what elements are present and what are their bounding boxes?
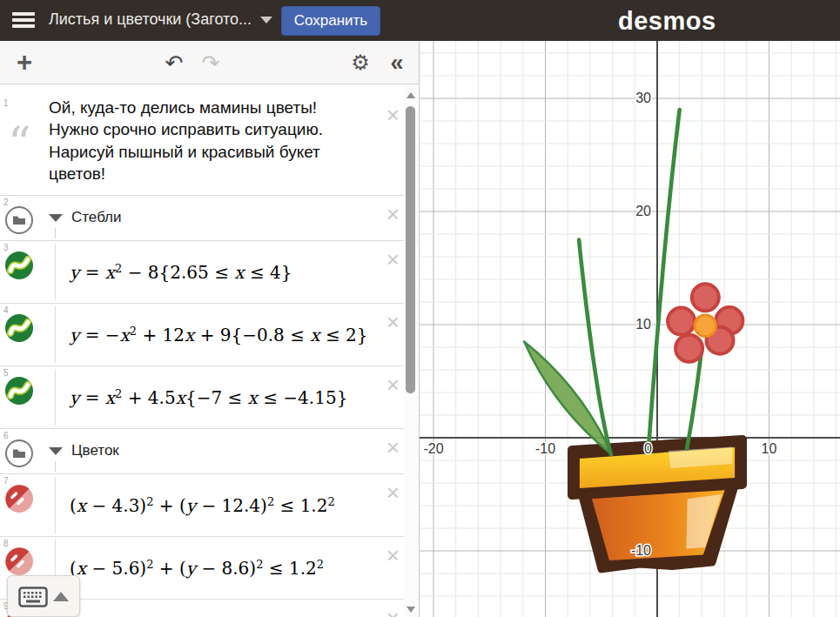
equation-text[interactable]: (x − 4.3)2 + (y − 12.4)2 ≤ 1.22 — [70, 494, 335, 516]
svg-text:-10: -10 — [535, 441, 555, 456]
document-title[interactable]: Листья и цветочки (Загото... — [49, 10, 252, 29]
row-number-column: 6 — [0, 429, 38, 473]
expressions-toolbar: + ↶ ↷ ⚙ « — [0, 41, 419, 84]
note-text: Ой, куда-то делись мамины цветы! Нужно с… — [49, 97, 368, 184]
scrollbar-thumb[interactable] — [406, 106, 415, 393]
row-number-column: 4 — [0, 304, 38, 366]
edit-list-gear-button[interactable]: ⚙ — [343, 41, 378, 84]
expression-row-2[interactable]: 2Стебли× — [0, 196, 419, 241]
show-keyboard-button[interactable] — [7, 575, 80, 617]
expression-row-5[interactable]: 5y = x2 + 4.5x{−7 ≤ x ≤ −4.15}× — [0, 366, 419, 429]
folder-connector — [55, 228, 56, 238]
expression-row-6[interactable]: 6Цветок× — [0, 429, 419, 474]
inequality-style-icon[interactable] — [4, 547, 34, 576]
close-icon[interactable]: × — [386, 373, 400, 396]
folder-indent-guide — [55, 244, 56, 300]
scrollbar-down-arrow-icon[interactable] — [407, 607, 415, 613]
folder-label: Стебли — [71, 209, 122, 226]
close-icon[interactable]: × — [386, 607, 400, 617]
folder-label: Цветок — [71, 442, 119, 459]
close-icon[interactable]: × — [386, 203, 400, 225]
equation-text[interactable]: y = x2 − 8{2.65 ≤ x ≤ 4} — [70, 261, 292, 283]
graph-canvas[interactable]: 302010-10-20-10100 — [420, 41, 840, 617]
svg-text:10: 10 — [762, 441, 777, 456]
expression-row-3[interactable]: 3y = x2 − 8{2.65 ≤ x ≤ 4}× — [0, 241, 419, 304]
add-expression-button[interactable]: + — [7, 41, 42, 84]
folder-collapse-caret-icon[interactable] — [49, 214, 63, 222]
scrollbar-up-arrow-icon[interactable] — [407, 92, 415, 98]
expressions-scrollbar[interactable] — [404, 84, 418, 617]
curve-style-icon[interactable] — [4, 376, 34, 406]
folder-indent-guide — [55, 306, 56, 363]
equation-text[interactable]: y = x2 + 4.5x{−7 ≤ x ≤ −4.15} — [70, 386, 347, 408]
save-button[interactable]: Сохранить — [281, 6, 380, 36]
close-icon[interactable]: × — [386, 481, 400, 504]
row-index: 1 — [3, 98, 9, 108]
equation-text[interactable]: y = −x2 + 12x + 9{−0.8 ≤ x ≤ 2} — [70, 324, 367, 345]
svg-text:20: 20 — [635, 204, 651, 218]
close-icon[interactable]: × — [386, 104, 400, 126]
curve-style-icon[interactable] — [4, 313, 34, 343]
svg-text:0: 0 — [644, 441, 652, 456]
svg-text:-10: -10 — [631, 543, 651, 558]
desmos-logo: desmos — [618, 7, 716, 36]
row-number-column: 1“ — [0, 97, 38, 195]
keyboard-open-caret-icon — [53, 592, 69, 601]
graph-area: 302010-10-20-10100 — [420, 41, 840, 617]
close-icon[interactable]: × — [386, 248, 400, 271]
folder-connector — [55, 461, 56, 472]
expressions-panel: + ↶ ↷ ⚙ « 1“Ой, куда-то делись мамины цв… — [0, 41, 420, 617]
folder-collapse-caret-icon[interactable] — [49, 447, 63, 455]
folder-indent-guide — [55, 369, 56, 426]
expression-row-1[interactable]: 1“Ой, куда-то делись мамины цветы! Нужно… — [0, 97, 419, 196]
row-number-column: 2 — [0, 196, 38, 240]
equation-text[interactable]: (x − 5.6)2 + (y − 8.6)2 ≤ 1.22 — [70, 557, 324, 579]
row-number-column: 5 — [0, 366, 38, 428]
svg-text:-20: -20 — [423, 441, 443, 456]
hamburger-menu-icon[interactable] — [12, 12, 35, 30]
top-bar: Листья и цветочки (Загото... Сохранить d… — [0, 0, 840, 41]
close-icon[interactable]: × — [386, 544, 400, 567]
undo-button[interactable]: ↶ — [157, 41, 192, 84]
keyboard-icon — [18, 587, 48, 607]
inequality-style-icon[interactable] — [4, 484, 34, 513]
folder-icon[interactable] — [4, 205, 34, 235]
redo-button[interactable]: ↷ — [193, 41, 228, 84]
svg-text:10: 10 — [635, 317, 651, 332]
row-number-column: 3 — [0, 241, 38, 303]
row-number-column: 7 — [0, 474, 38, 536]
collapse-panel-button[interactable]: « — [380, 41, 414, 84]
close-icon[interactable]: × — [386, 436, 400, 459]
curve-style-icon[interactable] — [4, 251, 34, 280]
folder-icon[interactable] — [4, 439, 34, 468]
expression-list: 1“Ой, куда-то делись мамины цветы! Нужно… — [0, 84, 419, 617]
folder-indent-guide — [55, 477, 56, 533]
svg-text:30: 30 — [635, 91, 651, 105]
title-dropdown-caret-icon[interactable] — [260, 17, 272, 23]
expression-row-7[interactable]: 7(x − 4.3)2 + (y − 12.4)2 ≤ 1.22× — [0, 474, 419, 537]
close-icon[interactable]: × — [386, 311, 400, 333]
note-quote-icon: “ — [8, 121, 31, 166]
expression-row-4[interactable]: 4y = −x2 + 12x + 9{−0.8 ≤ x ≤ 2}× — [0, 304, 419, 366]
